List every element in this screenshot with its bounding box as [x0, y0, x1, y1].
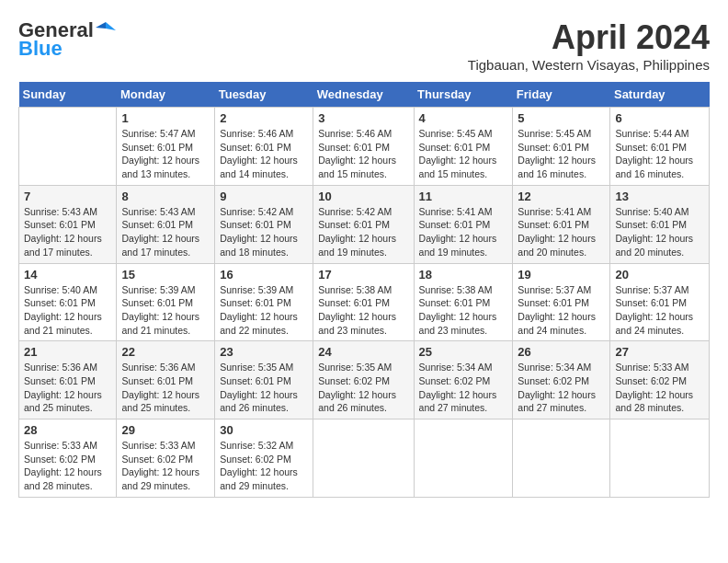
col-thursday: Thursday: [414, 82, 513, 108]
day-info: Sunrise: 5:37 AMSunset: 6:01 PMDaylight:…: [615, 283, 704, 338]
day-info: Sunrise: 5:35 AMSunset: 6:01 PMDaylight:…: [220, 361, 308, 415]
day-cell: [414, 419, 513, 498]
day-cell: 15 Sunrise: 5:39 AMSunset: 6:01 PMDaylig…: [117, 263, 215, 341]
day-number: 11: [419, 190, 508, 203]
day-info: Sunrise: 5:43 AMSunset: 6:01 PMDaylight:…: [121, 205, 210, 259]
day-cell: 18 Sunrise: 5:38 AMSunset: 6:01 PMDaylig…: [414, 263, 513, 341]
day-info: Sunrise: 5:45 AMSunset: 6:01 PMDaylight:…: [518, 127, 605, 181]
col-monday: Monday: [117, 82, 215, 108]
day-info: Sunrise: 5:33 AMSunset: 6:02 PMDaylight:…: [24, 439, 111, 493]
day-number: 22: [121, 345, 210, 359]
col-saturday: Saturday: [610, 82, 710, 108]
day-number: 1: [121, 111, 210, 125]
day-number: 4: [419, 111, 508, 125]
day-cell: 28 Sunrise: 5:33 AMSunset: 6:02 PMDaylig…: [19, 419, 117, 498]
day-cell: [313, 419, 414, 498]
title-block: April 2024 Tigbauan, Western Visayas, Ph…: [468, 18, 710, 73]
day-cell: 24 Sunrise: 5:35 AMSunset: 6:02 PMDaylig…: [313, 341, 414, 419]
day-cell: 16 Sunrise: 5:39 AMSunset: 6:01 PMDaylig…: [215, 263, 313, 341]
day-cell: [610, 419, 710, 498]
day-cell: 19 Sunrise: 5:37 AMSunset: 6:01 PMDaylig…: [513, 263, 610, 341]
day-info: Sunrise: 5:36 AMSunset: 6:01 PMDaylight:…: [121, 361, 210, 415]
day-number: 14: [24, 268, 111, 282]
week-row-1: 1 Sunrise: 5:47 AMSunset: 6:01 PMDayligh…: [19, 108, 710, 186]
day-cell: 6 Sunrise: 5:44 AMSunset: 6:01 PMDayligh…: [610, 108, 710, 186]
day-cell: 25 Sunrise: 5:34 AMSunset: 6:02 PMDaylig…: [414, 341, 513, 419]
day-info: Sunrise: 5:39 AMSunset: 6:01 PMDaylight:…: [220, 283, 308, 338]
day-number: 19: [518, 268, 605, 282]
day-info: Sunrise: 5:42 AMSunset: 6:01 PMDaylight:…: [220, 205, 308, 259]
month-title: April 2024: [468, 18, 710, 57]
day-cell: 1 Sunrise: 5:47 AMSunset: 6:01 PMDayligh…: [117, 108, 215, 186]
day-info: Sunrise: 5:34 AMSunset: 6:02 PMDaylight:…: [518, 361, 605, 415]
day-info: Sunrise: 5:36 AMSunset: 6:01 PMDaylight:…: [24, 361, 111, 415]
day-cell: [19, 108, 117, 186]
day-number: 20: [615, 268, 704, 282]
calendar-table: Sunday Monday Tuesday Wednesday Thursday…: [18, 82, 710, 498]
day-cell: 5 Sunrise: 5:45 AMSunset: 6:01 PMDayligh…: [513, 108, 610, 186]
logo-bird-icon: [96, 20, 116, 40]
day-info: Sunrise: 5:38 AMSunset: 6:01 PMDaylight:…: [318, 283, 408, 338]
day-cell: 10 Sunrise: 5:42 AMSunset: 6:01 PMDaylig…: [313, 185, 414, 263]
day-number: 12: [518, 190, 605, 203]
day-number: 25: [419, 345, 508, 359]
day-info: Sunrise: 5:42 AMSunset: 6:01 PMDaylight:…: [318, 205, 408, 259]
location-title: Tigbauan, Western Visayas, Philippines: [468, 57, 710, 73]
col-wednesday: Wednesday: [313, 82, 414, 108]
day-number: 18: [419, 268, 508, 282]
day-info: Sunrise: 5:44 AMSunset: 6:01 PMDaylight:…: [615, 127, 704, 181]
day-cell: 11 Sunrise: 5:41 AMSunset: 6:01 PMDaylig…: [414, 185, 513, 263]
day-cell: 7 Sunrise: 5:43 AMSunset: 6:01 PMDayligh…: [19, 185, 117, 263]
col-sunday: Sunday: [19, 82, 117, 108]
day-number: 15: [121, 268, 210, 282]
day-cell: 13 Sunrise: 5:40 AMSunset: 6:01 PMDaylig…: [610, 185, 710, 263]
day-cell: 30 Sunrise: 5:32 AMSunset: 6:02 PMDaylig…: [215, 419, 313, 498]
day-number: 21: [24, 345, 111, 359]
week-row-5: 28 Sunrise: 5:33 AMSunset: 6:02 PMDaylig…: [19, 419, 710, 498]
day-number: 24: [318, 345, 408, 359]
day-number: 9: [220, 190, 308, 203]
day-number: 7: [24, 190, 111, 203]
day-info: Sunrise: 5:46 AMSunset: 6:01 PMDaylight:…: [220, 127, 308, 181]
week-row-2: 7 Sunrise: 5:43 AMSunset: 6:01 PMDayligh…: [19, 185, 710, 263]
logo-blue: Blue: [18, 37, 63, 61]
day-number: 13: [615, 190, 704, 203]
day-number: 30: [220, 423, 308, 437]
col-friday: Friday: [513, 82, 610, 108]
week-row-4: 21 Sunrise: 5:36 AMSunset: 6:01 PMDaylig…: [19, 341, 710, 419]
day-cell: 22 Sunrise: 5:36 AMSunset: 6:01 PMDaylig…: [117, 341, 215, 419]
day-number: 16: [220, 268, 308, 282]
day-cell: 8 Sunrise: 5:43 AMSunset: 6:01 PMDayligh…: [117, 185, 215, 263]
day-info: Sunrise: 5:35 AMSunset: 6:02 PMDaylight:…: [318, 361, 408, 415]
day-cell: 2 Sunrise: 5:46 AMSunset: 6:01 PMDayligh…: [215, 108, 313, 186]
day-number: 23: [220, 345, 308, 359]
day-info: Sunrise: 5:47 AMSunset: 6:01 PMDaylight:…: [121, 127, 210, 181]
day-number: 17: [318, 268, 408, 282]
day-number: 8: [121, 190, 210, 203]
day-cell: 23 Sunrise: 5:35 AMSunset: 6:01 PMDaylig…: [215, 341, 313, 419]
day-cell: [513, 419, 610, 498]
day-info: Sunrise: 5:46 AMSunset: 6:01 PMDaylight:…: [318, 127, 408, 181]
day-number: 5: [518, 111, 605, 125]
day-info: Sunrise: 5:40 AMSunset: 6:01 PMDaylight:…: [24, 283, 111, 338]
svg-marker-1: [96, 22, 106, 29]
day-cell: 20 Sunrise: 5:37 AMSunset: 6:01 PMDaylig…: [610, 263, 710, 341]
day-info: Sunrise: 5:33 AMSunset: 6:02 PMDaylight:…: [615, 361, 704, 415]
day-cell: 12 Sunrise: 5:41 AMSunset: 6:01 PMDaylig…: [513, 185, 610, 263]
day-cell: 3 Sunrise: 5:46 AMSunset: 6:01 PMDayligh…: [313, 108, 414, 186]
day-cell: 21 Sunrise: 5:36 AMSunset: 6:01 PMDaylig…: [19, 341, 117, 419]
day-cell: 4 Sunrise: 5:45 AMSunset: 6:01 PMDayligh…: [414, 108, 513, 186]
day-number: 28: [24, 423, 111, 437]
day-cell: 14 Sunrise: 5:40 AMSunset: 6:01 PMDaylig…: [19, 263, 117, 341]
svg-marker-0: [106, 22, 116, 30]
week-row-3: 14 Sunrise: 5:40 AMSunset: 6:01 PMDaylig…: [19, 263, 710, 341]
day-info: Sunrise: 5:41 AMSunset: 6:01 PMDaylight:…: [419, 205, 508, 259]
day-cell: 27 Sunrise: 5:33 AMSunset: 6:02 PMDaylig…: [610, 341, 710, 419]
day-info: Sunrise: 5:32 AMSunset: 6:02 PMDaylight:…: [220, 439, 308, 493]
day-number: 10: [318, 190, 408, 203]
page-header: General Blue April 2024 Tigbauan, Wester…: [18, 18, 710, 73]
day-info: Sunrise: 5:41 AMSunset: 6:01 PMDaylight:…: [518, 205, 605, 259]
day-info: Sunrise: 5:43 AMSunset: 6:01 PMDaylight:…: [24, 205, 111, 259]
day-info: Sunrise: 5:38 AMSunset: 6:01 PMDaylight:…: [419, 283, 508, 338]
calendar-header-row: Sunday Monday Tuesday Wednesday Thursday…: [19, 82, 710, 108]
